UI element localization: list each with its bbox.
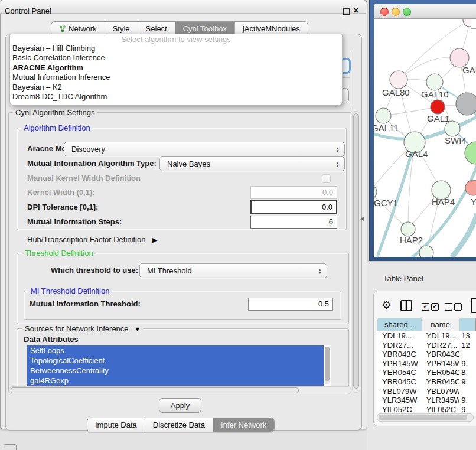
node-hap2[interactable] xyxy=(401,222,415,236)
zoom-traffic-light[interactable] xyxy=(403,8,411,16)
settings-horizontal-scrollbar[interactable] xyxy=(9,386,351,394)
table-cell: YER054C xyxy=(422,368,460,377)
document-icon[interactable] xyxy=(471,298,476,313)
manual-kernel-label: Manual Kernel Width Definition xyxy=(27,173,141,184)
table-panel-title: Table Panel xyxy=(383,274,423,283)
table-cell: YBR043C xyxy=(422,350,460,359)
table-cell: YDL19... xyxy=(422,331,460,341)
node-bottom[interactable] xyxy=(419,246,433,257)
bottom-left-widget-fragment[interactable] xyxy=(4,444,17,450)
minimize-traffic-light[interactable] xyxy=(392,8,400,16)
dpi-tolerance-field[interactable]: 0.0 xyxy=(250,200,337,214)
settings-vertical-scrollbar[interactable] xyxy=(352,111,360,393)
algorithm-option-bayesian-k2[interactable]: Bayesian – K2 xyxy=(10,83,341,92)
network-canvas[interactable]: GALGAL80GAL10GAL1GAL11SWI4GAL4GCY1HAP4YH… xyxy=(374,19,476,257)
table-cell xyxy=(459,387,476,396)
tab-discretize-data[interactable]: Discretize Data xyxy=(145,418,213,432)
mi-steps-field[interactable]: 6 xyxy=(250,216,337,229)
combo-spinner-icon: ▲▼ xyxy=(336,161,340,167)
table-row[interactable]: YIL052CYIL052C9. xyxy=(377,405,476,412)
list-scrollbar[interactable] xyxy=(325,347,330,384)
split-columns-icon[interactable] xyxy=(400,300,412,311)
mi-type-value: Naive Bayes xyxy=(167,159,210,168)
node-gal4-label: GAL4 xyxy=(405,149,428,159)
which-threshold-combobox[interactable]: MI Threshold ▲▼ xyxy=(139,263,327,278)
expanded-arrow-icon[interactable]: ▼ xyxy=(134,325,141,332)
tab-impute-data[interactable]: Impute Data xyxy=(87,418,145,432)
node-attribute-table[interactable]: shared...name YDL19...YDL19...13YDR27...… xyxy=(377,318,476,331)
tab-infer-network[interactable]: Infer Network xyxy=(213,418,274,432)
table-row[interactable]: YLR345WYLR345W9. xyxy=(377,396,476,405)
close-icon[interactable]: × xyxy=(353,5,358,16)
deselect-all-checkbox-icon[interactable] xyxy=(445,303,452,311)
gear-icon[interactable]: ⚙ xyxy=(382,298,392,312)
table-cell: 9. xyxy=(459,359,476,369)
network-window-titlebar[interactable] xyxy=(374,4,476,19)
node-green-big[interactable] xyxy=(465,142,476,164)
aracne-mode-combobox[interactable]: Discovery ▲▼ xyxy=(64,142,345,156)
node-gal10[interactable] xyxy=(426,74,443,90)
table-cell: 9. xyxy=(459,405,476,412)
table-row[interactable]: YBR045CYBR045C9. xyxy=(377,377,476,387)
table-row[interactable]: YBL079WYBL079W xyxy=(377,387,476,396)
scrollbar-thumb[interactable] xyxy=(353,113,359,389)
algorithm-option-basic-correlation-inference[interactable]: Basic Correlation Inference xyxy=(10,53,341,63)
kernel-width-field[interactable]: 0.0 xyxy=(250,186,337,199)
network-graph[interactable]: GALGAL80GAL10GAL1GAL11SWI4GAL4GCY1HAP4YH… xyxy=(374,19,476,257)
table-row[interactable]: YER054CYER054C8. xyxy=(377,368,476,377)
float-window-icon[interactable] xyxy=(343,8,350,15)
deselect-all-checkbox-icon[interactable] xyxy=(454,303,462,311)
scrollbar-thumb[interactable] xyxy=(325,347,330,381)
network-edge[interactable] xyxy=(452,214,476,257)
node-gal11[interactable] xyxy=(376,108,391,123)
node-gray[interactable] xyxy=(456,93,476,115)
control-panel-titlebar[interactable] xyxy=(0,0,366,14)
apply-button[interactable]: Apply xyxy=(159,398,201,413)
panel-splitter-arrow[interactable]: ◀ xyxy=(360,216,364,221)
column-header-shared-[interactable]: shared... xyxy=(377,318,422,331)
table-cell: YER054C xyxy=(377,368,422,377)
table-body[interactable]: YDL19...YDL19...13YDR27...YDR27...12YBR0… xyxy=(377,331,476,412)
table-row[interactable]: YBR043CYBR043C xyxy=(377,350,476,359)
algorithm-dropdown-placeholder: Select algorithm to view settings xyxy=(10,35,342,44)
attribute-item-selfloops[interactable]: SelfLoops xyxy=(27,345,324,356)
attribute-item-topologicalcoefficient[interactable]: TopologicalCoefficient xyxy=(27,356,324,366)
node-salmon[interactable] xyxy=(465,180,476,195)
close-traffic-light[interactable] xyxy=(380,8,389,16)
table-cell: 9. xyxy=(459,377,476,387)
scrollbar-thumb[interactable] xyxy=(379,415,467,420)
table-horizontal-scrollbar[interactable] xyxy=(377,413,474,422)
algorithm-option-mutual-information-inference[interactable]: Mutual Information Inference xyxy=(10,73,341,82)
cyni-mode-tabbar: Impute DataDiscretize DataInfer Network xyxy=(87,418,275,432)
collapsed-arrow-icon[interactable]: ▶ xyxy=(152,236,157,243)
node-gal1[interactable] xyxy=(431,100,445,114)
mi-threshold-field[interactable]: 0.5 xyxy=(248,298,333,311)
column-header-name[interactable]: name xyxy=(422,318,459,331)
combo-spinner-icon: ▲▼ xyxy=(336,146,340,152)
network-scrollbar-fragment[interactable] xyxy=(471,19,476,29)
settings-group-title: Cyni Algorithm Settings xyxy=(13,108,97,117)
tab-impute-data-label: Impute Data xyxy=(95,418,137,432)
algorithm-option-dream8-dc-tdc-algorithm[interactable]: Dream8 DC_TDC Algorithm xyxy=(10,92,341,102)
node-gcy1[interactable] xyxy=(374,185,377,199)
table-cell: YPR145W xyxy=(422,359,460,369)
data-attributes-list[interactable]: SelfLoopsTopologicalCoefficientBetweenne… xyxy=(27,345,331,387)
algorithm-option-aracne-algorithm[interactable]: ARACNE Algorithm xyxy=(10,63,341,73)
column-header-2[interactable] xyxy=(459,318,475,331)
select-all-checkbox-icon[interactable]: ✔ xyxy=(431,303,439,311)
sources-group-title[interactable]: Sources for Network Inference ▼ xyxy=(22,324,143,333)
scrollbar-thumb[interactable] xyxy=(11,387,299,393)
attribute-item-gal4rgexp[interactable]: gal4RGexp xyxy=(27,376,324,386)
algorithm-option-bayesian-hill-climbing[interactable]: Bayesian – Hill Climbing xyxy=(10,44,341,53)
select-all-checkbox-icon[interactable]: ✔ xyxy=(422,303,429,311)
manual-kernel-checkbox[interactable] xyxy=(322,174,331,183)
table-header-row[interactable]: shared...name xyxy=(377,318,476,331)
table-row[interactable]: YPR145WYPR145W9. xyxy=(377,359,476,369)
table-row[interactable]: YDL19...YDL19...13 xyxy=(377,331,476,341)
mi-type-combobox[interactable]: Naive Bayes ▲▼ xyxy=(159,156,345,171)
table-row[interactable]: YDR27...YDR27...12 xyxy=(377,341,476,350)
hub-definition-toggle[interactable]: Hub/Transcription Factor Definition ▶ xyxy=(27,234,157,246)
attribute-item-betweennesscentrality[interactable]: BetweennessCentrality xyxy=(27,366,324,376)
node-gal80[interactable] xyxy=(390,71,407,89)
table-cell xyxy=(459,350,476,359)
